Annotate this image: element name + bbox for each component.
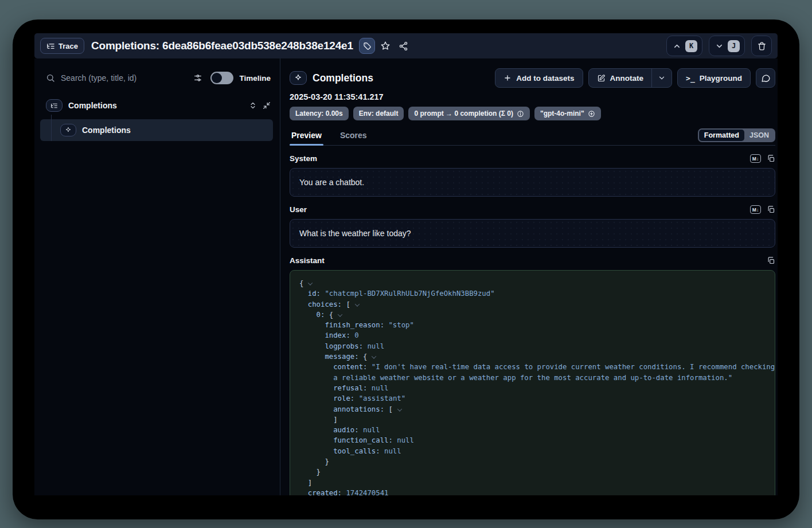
share-button[interactable] (396, 38, 412, 54)
trash-icon (757, 41, 767, 51)
markdown-toggle-icon[interactable]: M↓ (750, 154, 761, 163)
code-line: refusal: null (299, 383, 766, 393)
user-section-header: User M↓ (290, 205, 775, 214)
code-line: a reliable weather website or a weather … (299, 373, 766, 383)
playground-button[interactable]: >_ Playground (677, 68, 751, 88)
copy-icon[interactable] (767, 154, 775, 163)
user-role-label: User (290, 205, 307, 214)
code-line: tool_calls: null (299, 446, 766, 456)
playground-label: Playground (700, 74, 742, 83)
tree-child-label: Completions (82, 126, 131, 135)
annotate-button[interactable]: Annotate (589, 69, 652, 87)
code-line: 0: { (299, 310, 766, 320)
user-message-box: What is the weather like today? (290, 219, 775, 248)
code-line: logprobs: null (299, 341, 766, 351)
observation-title: Completions (313, 72, 373, 84)
format-toggle: Formatted JSON (698, 128, 775, 142)
model-badge[interactable]: "gpt-4o-mini" (534, 107, 601, 120)
chevron-down-icon (715, 42, 724, 50)
code-line: } (299, 467, 766, 477)
copy-icon[interactable] (767, 205, 775, 214)
code-line: } (299, 456, 766, 467)
observation-timestamp: 2025-03-20 11:35:41.217 (290, 92, 775, 101)
search-input[interactable] (61, 73, 193, 83)
tree-root-label: Completions (68, 101, 117, 110)
sidebar-search-row: Timeline (34, 69, 280, 87)
trace-tree: Completions (34, 96, 280, 141)
trace-title: Completions: 6dea86b6feae03db538e248b38e… (91, 40, 353, 52)
collapse-chevron-icon[interactable] (372, 354, 376, 358)
collapse-chevron-icon[interactable] (397, 406, 402, 411)
collapse-chevron-icon[interactable] (308, 280, 313, 285)
code-line: index: 0 (299, 330, 766, 341)
collapse-chevron-icon[interactable] (355, 302, 360, 306)
code-line: message: { (299, 351, 766, 362)
system-section-icons: M↓ (750, 154, 775, 163)
expand-all-icon[interactable] (249, 101, 257, 109)
generation-icon (290, 71, 307, 85)
tag-button[interactable] (359, 38, 375, 54)
environment-badge: Env: default (353, 107, 404, 120)
observation-actions: Add to datasets Annotate (495, 68, 775, 88)
annotate-label: Annotate (610, 74, 644, 83)
topbar-right-actions: K J (666, 36, 772, 56)
tab-scores[interactable]: Scores (338, 131, 369, 145)
format-option-json[interactable]: JSON (744, 130, 774, 141)
chevron-down-icon (658, 74, 666, 82)
code-line: choices: [ (299, 299, 766, 310)
code-line: id: "chatcmpl-BD7XRulRhULb7NjGfeOkhN3BB9… (299, 288, 766, 299)
trace-header-bar: Trace Completions: 6dea86b6feae03db538e2… (34, 33, 778, 58)
code-line: { (299, 278, 766, 288)
tree-item-trace-root[interactable]: Completions (34, 96, 280, 115)
collapse-all-icon[interactable] (263, 101, 271, 109)
copy-icon[interactable] (767, 256, 775, 265)
add-to-datasets-label: Add to datasets (516, 74, 574, 83)
tree-item-generation[interactable]: Completions (40, 119, 273, 141)
nav-next-button[interactable]: J (709, 36, 745, 56)
metadata-badges: Latency: 0.00s Env: default 0 prompt → 0… (290, 107, 775, 120)
user-message-text: What is the weather like today? (299, 229, 411, 238)
toggle-knob (212, 73, 222, 83)
timeline-toggle[interactable] (210, 72, 233, 84)
generation-node-icon (60, 124, 76, 136)
detail-tabs: Preview Scores Formatted JSON (290, 126, 775, 146)
plus-icon (503, 74, 512, 82)
code-line: content: "I don't have real-time data ac… (299, 362, 766, 372)
edit-icon (597, 74, 606, 83)
observation-detail-panel: Completions Add to datasets (280, 58, 778, 495)
assistant-role-label: Assistant (290, 256, 325, 265)
sliders-icon[interactable] (193, 73, 202, 83)
timeline-toggle-label: Timeline (239, 74, 271, 83)
list-tree-icon (46, 42, 55, 50)
share-icon (399, 41, 408, 51)
code-line: ] (299, 414, 766, 425)
tab-preview[interactable]: Preview (290, 131, 323, 145)
code-line: annotations: [ (299, 404, 766, 414)
user-section-icons: M↓ (750, 205, 775, 214)
comments-button[interactable] (756, 68, 775, 88)
environment-badge-label: Env: default (359, 109, 399, 118)
trace-badge-label: Trace (58, 42, 78, 50)
annotate-dropdown-button[interactable] (652, 69, 672, 87)
token-usage-badge[interactable]: 0 prompt → 0 completion (Σ 0) (408, 107, 530, 120)
tag-icon (362, 41, 372, 50)
tree-controls (249, 101, 271, 109)
collapse-chevron-icon[interactable] (338, 312, 342, 316)
latency-badge-label: Latency: 0.00s (295, 109, 343, 118)
code-line: function_call: null (299, 435, 766, 445)
system-message-text: You are a chatbot. (299, 178, 364, 187)
add-to-datasets-button[interactable]: Add to datasets (495, 68, 583, 88)
annotate-split-button: Annotate (588, 68, 673, 88)
code-line: finish_reason: "stop" (299, 320, 766, 330)
code-line: audio: null (299, 425, 766, 435)
delete-trace-button[interactable] (751, 36, 772, 56)
terminal-icon: >_ (686, 74, 695, 83)
nav-previous-button[interactable]: K (666, 36, 702, 56)
markdown-toggle-icon[interactable]: M↓ (750, 205, 761, 214)
system-section-header: System M↓ (290, 154, 775, 163)
model-badge-label: "gpt-4o-mini" (540, 109, 584, 118)
keycap-j: J (728, 40, 740, 52)
code-line: role: "assistant" (299, 393, 766, 404)
favorite-button[interactable] (377, 38, 393, 54)
format-option-formatted[interactable]: Formatted (699, 130, 744, 141)
